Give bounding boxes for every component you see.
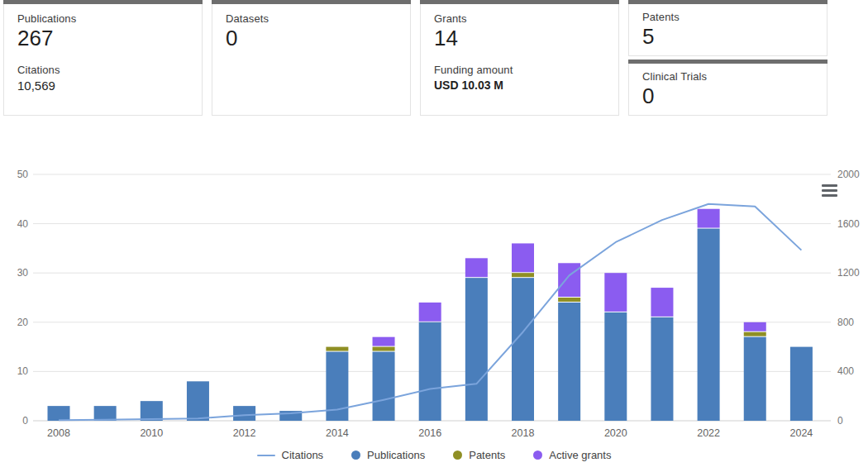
legend-label: Citations — [282, 449, 324, 461]
line-swatch-icon — [257, 455, 275, 456]
left-axis-tick: 40 — [17, 218, 29, 230]
bar-segment-active-grants[interactable] — [604, 273, 627, 312]
bar-segment-publications[interactable] — [233, 406, 255, 421]
bar-segment-patents[interactable] — [512, 273, 534, 277]
x-axis-tick: 2018 — [512, 427, 535, 439]
datasets-label: Datasets — [226, 12, 397, 25]
bar-segment-patents[interactable] — [326, 347, 348, 351]
chart-canvas[interactable]: 0102030405004008001200160020002008201020… — [0, 157, 868, 442]
left-axis-tick: 20 — [17, 317, 29, 328]
right-axis-tick: 2000 — [837, 169, 860, 180]
patents-value: 5 — [642, 25, 813, 49]
patents-label: Patents — [642, 11, 813, 23]
bar-segment-patents[interactable] — [373, 347, 395, 351]
legend-label: Active grants — [549, 449, 611, 461]
bar-segment-publications[interactable] — [790, 347, 813, 421]
bar-segment-publications[interactable] — [48, 406, 70, 421]
publications-value: 267 — [17, 26, 188, 50]
dot-swatch-icon — [351, 451, 360, 460]
legend-item-active-grants[interactable]: Active grants — [533, 449, 611, 461]
bar-segment-active-grants[interactable] — [465, 258, 488, 277]
bar-segment-publications[interactable] — [373, 352, 395, 421]
bar-segment-publications[interactable] — [512, 278, 534, 421]
x-axis-tick: 2008 — [47, 427, 70, 439]
citations-label: Citations — [17, 64, 188, 76]
legend-item-patents[interactable]: Patents — [453, 449, 505, 461]
bar-segment-publications[interactable] — [187, 381, 209, 421]
x-axis-tick: 2020 — [604, 427, 627, 439]
right-axis-tick: 400 — [837, 365, 854, 377]
bar-segment-publications[interactable] — [744, 337, 766, 421]
bar-segment-patents[interactable] — [558, 298, 580, 302]
x-axis-tick: 2022 — [697, 427, 720, 439]
chart-menu-icon[interactable] — [822, 184, 837, 197]
bar-segment-active-grants[interactable] — [744, 322, 766, 331]
bar-segment-active-grants[interactable] — [419, 303, 441, 322]
right-axis-tick: 1200 — [837, 267, 860, 279]
grants-card: Grants 14 Funding amount USD 10.03 M — [420, 0, 619, 116]
x-axis-tick: 2014 — [326, 427, 349, 439]
left-axis-tick: 10 — [17, 365, 29, 377]
bar-segment-active-grants[interactable] — [651, 288, 673, 317]
patents-clinical-column: Patents 5 Clinical Trials 0 — [628, 0, 827, 116]
legend-label: Patents — [469, 449, 505, 461]
bar-segment-publications[interactable] — [94, 406, 117, 421]
summary-cards: Publications 267 Citations 10,569 Datase… — [0, 0, 868, 116]
bar-segment-active-grants[interactable] — [512, 243, 534, 272]
dot-swatch-icon — [533, 451, 542, 460]
x-axis-tick: 2024 — [789, 427, 813, 439]
citations-value: 10,569 — [17, 79, 188, 93]
funding-amount-value: USD 10.03 M — [434, 79, 605, 92]
datasets-value: 0 — [226, 26, 397, 50]
clinical-trials-card: Clinical Trials 0 — [628, 60, 827, 116]
dot-swatch-icon — [453, 451, 462, 460]
right-axis-tick: 1600 — [837, 218, 860, 230]
bar-segment-publications[interactable] — [465, 278, 488, 421]
legend-item-citations[interactable]: Citations — [257, 449, 324, 461]
grants-value: 14 — [434, 26, 605, 50]
left-axis-tick: 50 — [17, 169, 29, 180]
legend-item-publications[interactable]: Publications — [351, 449, 425, 461]
publications-label: Publications — [17, 12, 188, 25]
publications-card: Publications 267 Citations 10,569 — [3, 0, 203, 116]
left-axis-tick: 0 — [22, 415, 28, 427]
datasets-card: Datasets 0 — [212, 0, 411, 116]
chart-legend: CitationsPublicationsPatentsActive grant… — [0, 449, 868, 461]
right-axis-tick: 800 — [837, 317, 854, 328]
funding-amount-label: Funding amount — [434, 64, 605, 76]
clinical-trials-value: 0 — [642, 84, 813, 108]
publications-citations-chart: 0102030405004008001200160020002008201020… — [0, 157, 868, 472]
bar-segment-publications[interactable] — [558, 303, 580, 421]
grants-label: Grants — [434, 12, 605, 25]
bar-segment-active-grants[interactable] — [558, 263, 580, 297]
bar-segment-publications[interactable] — [419, 322, 441, 421]
x-axis-tick: 2012 — [233, 427, 256, 439]
x-axis-tick: 2010 — [140, 427, 163, 439]
bar-segment-publications[interactable] — [651, 317, 673, 421]
bar-segment-active-grants[interactable] — [373, 337, 395, 346]
patents-card: Patents 5 — [628, 0, 827, 56]
left-axis-tick: 30 — [17, 267, 29, 279]
bar-segment-publications[interactable] — [141, 401, 163, 421]
x-axis-tick: 2016 — [418, 427, 441, 439]
bar-segment-publications[interactable] — [698, 229, 720, 421]
bar-segment-patents[interactable] — [744, 332, 766, 336]
bar-segment-publications[interactable] — [604, 312, 627, 421]
legend-label: Publications — [367, 449, 425, 461]
right-axis-tick: 0 — [837, 415, 843, 427]
clinical-trials-label: Clinical Trials — [642, 70, 813, 83]
bar-segment-active-grants[interactable] — [698, 209, 720, 228]
